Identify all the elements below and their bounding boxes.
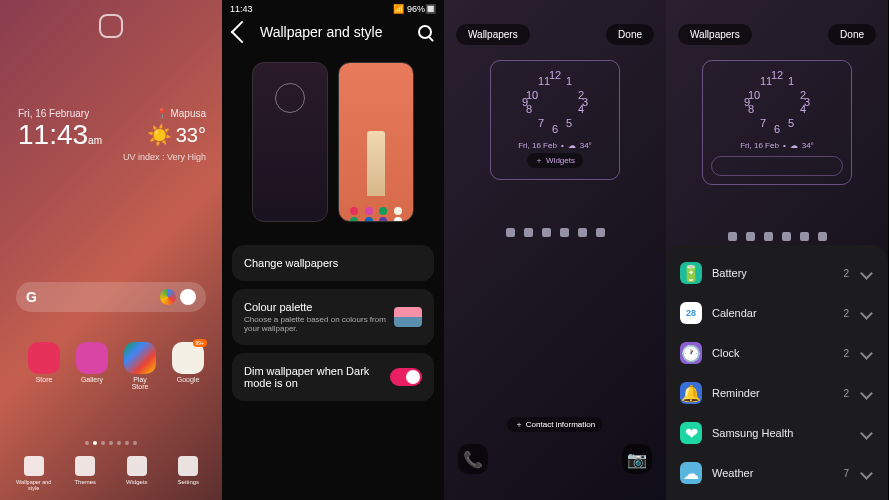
- home-outline-icon: [99, 14, 123, 38]
- page-indicator[interactable]: [85, 441, 137, 445]
- battery-icon: 🔋: [680, 262, 702, 284]
- widget-weather[interactable]: ☁ Weather 7: [666, 453, 888, 493]
- chevron-down-icon: [860, 467, 873, 480]
- nav-themes[interactable]: Themes: [63, 456, 108, 492]
- nav-settings[interactable]: Settings: [166, 456, 211, 492]
- nav-widgets[interactable]: Widgets: [114, 456, 159, 492]
- mic-icon[interactable]: [160, 289, 176, 305]
- options-list: Change wallpapers Colour palette Choose …: [232, 245, 434, 409]
- search-bar[interactable]: G: [16, 282, 206, 312]
- done-button[interactable]: Done: [828, 24, 876, 45]
- status-battery: 📶 96%🔲: [393, 4, 436, 14]
- temperature-text: ☀️ 33°: [123, 123, 206, 147]
- status-time: 11:43: [230, 4, 253, 14]
- widget-picker-sheet: 🔋 Battery 2 28 Calendar 2 🕐 Clock 2 🔔 Re…: [666, 245, 888, 500]
- nav-wallpaper-style[interactable]: Wallpaper and style: [11, 456, 56, 492]
- lockscreen-editor-panel: Wallpapers Done 121234567891011 Fri, 16 …: [444, 0, 666, 500]
- header: Wallpaper and style: [222, 24, 444, 40]
- lens-icon[interactable]: [180, 289, 196, 305]
- analog-clock: 121234567891011: [744, 69, 810, 135]
- done-button[interactable]: Done: [606, 24, 654, 45]
- shortcut-camera[interactable]: 📷: [622, 444, 652, 474]
- date-text: Fri, 16 February: [18, 108, 102, 119]
- analog-clock: 121234567891011: [522, 69, 588, 135]
- status-bar: 11:43 📶 96%🔲: [222, 4, 444, 14]
- notification-icons-row[interactable]: [666, 232, 888, 241]
- wallpapers-button[interactable]: Wallpapers: [456, 24, 530, 45]
- home-screen-preview[interactable]: [338, 62, 414, 222]
- colour-palette-option[interactable]: Colour palette Choose a palette based on…: [232, 289, 434, 345]
- lock-screen-preview[interactable]: [252, 62, 328, 222]
- chevron-down-icon: [860, 387, 873, 400]
- clock-widget[interactable]: Fri, 16 February 11:43am: [18, 108, 102, 151]
- calendar-icon: 28: [680, 302, 702, 324]
- add-widgets-button[interactable]: ＋ Widgets: [527, 153, 583, 168]
- back-icon[interactable]: [231, 21, 254, 44]
- uv-text: UV index : Very High: [123, 152, 206, 162]
- weather-icon: ☁: [680, 462, 702, 484]
- contact-info-button[interactable]: ＋ Contact information: [507, 413, 603, 432]
- phone-icon: 📞: [463, 450, 483, 469]
- health-icon: ❤: [680, 422, 702, 444]
- google-g-icon: G: [26, 289, 37, 305]
- camera-icon: 📷: [627, 450, 647, 469]
- chevron-down-icon: [860, 267, 873, 280]
- search-icon[interactable]: [418, 25, 432, 39]
- widget-reminder[interactable]: 🔔 Reminder 2: [666, 373, 888, 413]
- app-play-store[interactable]: Play Store: [124, 342, 156, 390]
- app-gallery[interactable]: Gallery: [76, 342, 108, 390]
- clock-widget-card[interactable]: 121234567891011 Fri, 16 Feb•☁34°: [702, 60, 852, 185]
- chevron-down-icon: [860, 347, 873, 360]
- change-wallpapers-option[interactable]: Change wallpapers: [232, 245, 434, 281]
- reminder-icon: 🔔: [680, 382, 702, 404]
- dim-wallpaper-option: Dim wallpaper when Dark mode is on: [232, 353, 434, 401]
- lockscreen-widget-picker-panel: Wallpapers Done 121234567891011 Fri, 16 …: [666, 0, 888, 500]
- clock-widget-card[interactable]: 121234567891011 Fri, 16 Feb•☁34° ＋ Widge…: [490, 60, 620, 180]
- palette-swatch-icon: [394, 307, 422, 327]
- widget-battery[interactable]: 🔋 Battery 2: [666, 253, 888, 293]
- widget-clock[interactable]: 🕐 Clock 2: [666, 333, 888, 373]
- dim-toggle[interactable]: [390, 368, 422, 386]
- lock-date-weather: Fri, 16 Feb•☁34°: [499, 141, 611, 150]
- home-screen-panel: Fri, 16 February 11:43am 📍 Mapusa ☀️ 33°…: [0, 0, 222, 500]
- wallpaper-previews: [252, 62, 414, 222]
- wallpaper-style-panel: 11:43 📶 96%🔲 Wallpaper and style Change …: [222, 0, 444, 500]
- time-text: 11:43am: [18, 119, 102, 151]
- page-title: Wallpaper and style: [260, 24, 408, 40]
- editor-top-bar: Wallpapers Done: [666, 24, 888, 45]
- widget-slot[interactable]: [711, 156, 843, 176]
- weather-widget[interactable]: 📍 Mapusa ☀️ 33° UV index : Very High: [123, 108, 206, 162]
- app-store[interactable]: Store: [28, 342, 60, 390]
- lock-date-weather: Fri, 16 Feb•☁34°: [711, 141, 843, 150]
- location-text: 📍 Mapusa: [123, 108, 206, 119]
- bottom-nav: Wallpaper and style Themes Widgets Setti…: [0, 456, 222, 492]
- shortcut-phone[interactable]: 📞: [458, 444, 488, 474]
- widget-samsung-health[interactable]: ❤ Samsung Health: [666, 413, 888, 453]
- chevron-down-icon: [860, 427, 873, 440]
- clock-icon: 🕐: [680, 342, 702, 364]
- chevron-down-icon: [860, 307, 873, 320]
- widget-calendar[interactable]: 28 Calendar 2: [666, 293, 888, 333]
- wallpapers-button[interactable]: Wallpapers: [678, 24, 752, 45]
- app-row: Store Gallery Play Store 99+Google: [28, 342, 204, 390]
- notification-icons-row[interactable]: [444, 228, 666, 237]
- app-google-folder[interactable]: 99+Google: [172, 342, 204, 390]
- editor-top-bar: Wallpapers Done: [444, 24, 666, 45]
